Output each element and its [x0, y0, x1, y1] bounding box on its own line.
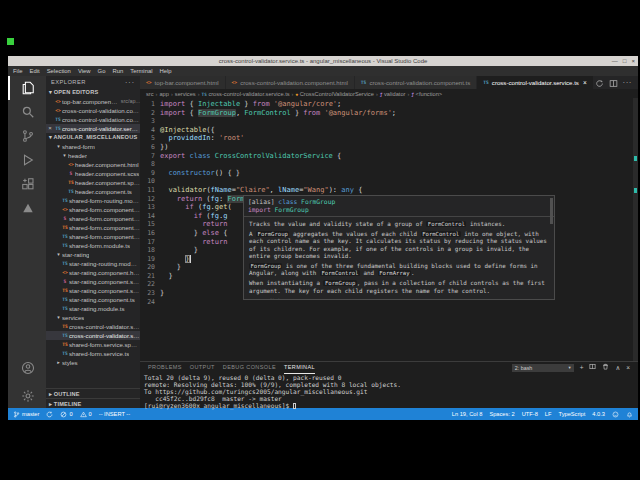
- tree-item[interactable]: <>shared-form.component.html: [46, 205, 140, 214]
- timeline-section-header[interactable]: ▸ TIMELINE: [46, 398, 140, 408]
- tree-item[interactable]: ▾header: [46, 151, 140, 160]
- breadcrumb-item[interactable]: src: [146, 91, 154, 97]
- cursor-position[interactable]: Ln 19, Col 8: [452, 411, 483, 417]
- activity-source-control-icon[interactable]: [8, 124, 46, 148]
- tree-item[interactable]: TSstar-rating-routing.module.ts: [46, 259, 140, 268]
- tree-item[interactable]: TScross-control-validator.service....: [46, 322, 140, 331]
- tree-item[interactable]: Sshared-form.component.scss: [46, 214, 140, 223]
- breadcrumb-item[interactable]: ƒ <function>: [411, 91, 442, 97]
- tree-item[interactable]: TSstar-rating.component.spec.ts: [46, 286, 140, 295]
- vim-mode-indicator[interactable]: -- INSERT --: [99, 411, 130, 417]
- panel-tab-terminal[interactable]: TERMINAL: [284, 362, 315, 374]
- breadcrumb-item[interactable]: ƒ validator: [380, 91, 406, 97]
- open-editor-item[interactable]: <>cross-control-validation.compo...: [46, 106, 140, 115]
- activity-custom-extension-icon[interactable]: [8, 196, 46, 220]
- menu-edit[interactable]: Edit: [30, 68, 40, 74]
- menu-run[interactable]: Run: [112, 68, 123, 74]
- errors-indicator[interactable]: 0: [60, 411, 72, 418]
- panel-tab-debug-console[interactable]: DEBUG CONSOLE: [223, 362, 276, 374]
- tree-item[interactable]: Sheader.component.scss: [46, 169, 140, 178]
- tree-item[interactable]: TSshared-form-routing.module.ts: [46, 196, 140, 205]
- code-line: 5 providedIn: 'root': [140, 134, 638, 143]
- tree-item[interactable]: ▾services: [46, 313, 140, 322]
- open-editors-header[interactable]: ▾ OPEN EDITORS: [46, 88, 140, 97]
- kill-terminal-icon[interactable]: [602, 363, 609, 372]
- outline-section-header[interactable]: ▸ OUTLINE: [46, 388, 140, 398]
- breadcrumb-item[interactable]: app: [159, 91, 169, 97]
- tree-item[interactable]: TSheader.component.spec.ts: [46, 178, 140, 187]
- menu-selection[interactable]: Selection: [47, 68, 71, 74]
- menu-terminal[interactable]: Terminal: [130, 68, 152, 74]
- new-terminal-icon[interactable]: +: [580, 364, 584, 372]
- code-editor[interactable]: 1import { Injectable } from '@angular/co…: [140, 98, 638, 361]
- hover-signature-line: [alias] class FormGroup: [248, 198, 550, 206]
- open-editor-item[interactable]: ×TScross-control-validator.service.t...: [46, 124, 140, 133]
- tree-item[interactable]: Sstar-rating.component.scss: [46, 277, 140, 286]
- minimize-button[interactable]: —: [612, 56, 618, 66]
- window-controls: — □ ×: [612, 56, 635, 66]
- ts-version[interactable]: 4.0.3: [592, 411, 605, 417]
- close-panel-icon[interactable]: ×: [626, 364, 630, 372]
- tree-item[interactable]: TSshared-form.component.spec.ts: [46, 223, 140, 232]
- terminal-output[interactable]: Total 20 (delta 9), reused 0 (delta 0), …: [140, 373, 638, 410]
- hover-scrollbar[interactable]: [550, 198, 553, 224]
- tree-item[interactable]: <>star-rating.component.html: [46, 268, 140, 277]
- sync-button[interactable]: [46, 411, 53, 418]
- activity-run-debug-icon[interactable]: [8, 148, 46, 172]
- menu-file[interactable]: File: [13, 68, 23, 74]
- branch-indicator[interactable]: master: [13, 411, 39, 418]
- warnings-indicator[interactable]: 0: [80, 411, 92, 418]
- eol[interactable]: LF: [545, 411, 552, 417]
- activity-settings-icon[interactable]: [8, 384, 46, 408]
- editor-scrollbar[interactable]: [633, 98, 638, 361]
- tree-item[interactable]: TSshared-form.service.ts: [46, 349, 140, 358]
- menu-go[interactable]: Go: [98, 68, 106, 74]
- tree-item[interactable]: TSshared-form.module.ts: [46, 241, 140, 250]
- code-line: 11 validator(fName="Claire", lName="Wang…: [140, 186, 638, 195]
- split-terminal-icon[interactable]: [589, 363, 596, 372]
- editor-group: <>top-bar.component.html<>cross-control-…: [140, 76, 638, 408]
- activity-accounts-icon[interactable]: [8, 356, 46, 380]
- tree-item[interactable]: <>header.component.html: [46, 160, 140, 169]
- menu-help[interactable]: Help: [160, 68, 172, 74]
- open-editor-item[interactable]: <>top-bar.component.htmlsrc/ap...: [46, 97, 140, 106]
- tree-item[interactable]: TSheader.component.ts: [46, 187, 140, 196]
- activity-explorer-icon[interactable]: [8, 76, 46, 100]
- menu-view[interactable]: View: [78, 68, 91, 74]
- maximize-panel-icon[interactable]: ∧: [615, 364, 620, 372]
- terminal-line: remote: Resolving deltas: 100% (9/9), co…: [144, 381, 634, 388]
- more-actions-icon[interactable]: ···: [623, 78, 633, 87]
- activity-search-icon[interactable]: [8, 100, 46, 124]
- encoding[interactable]: UTF-8: [522, 411, 538, 417]
- breadcrumb-item[interactable]: services: [175, 91, 196, 97]
- panel-tab-output[interactable]: OUTPUT: [190, 362, 215, 374]
- tree-item[interactable]: TSstar-rating.component.ts: [46, 295, 140, 304]
- tree-item[interactable]: ▾star-rating: [46, 250, 140, 259]
- tree-item[interactable]: TSshared-form.service.spec.ts: [46, 340, 140, 349]
- project-root-header[interactable]: ▾ ANGULAR_MISCELLANEOUS: [46, 133, 140, 142]
- editor-tab[interactable]: <>cross-control-validation.component.htm…: [226, 76, 355, 89]
- notifications[interactable]: [626, 411, 633, 418]
- explorer-actions-icon[interactable]: ···: [125, 79, 135, 86]
- tree-item[interactable]: ▸styles: [46, 358, 140, 367]
- tree-item[interactable]: TSstar-rating.module.ts: [46, 304, 140, 313]
- terminal-shell-select[interactable]: 2: bash▾: [512, 364, 574, 372]
- tree-item[interactable]: TScross-control-validator.service.ts: [46, 331, 140, 340]
- close-button[interactable]: ×: [631, 56, 635, 66]
- indentation[interactable]: Spaces: 2: [489, 411, 514, 417]
- sidebar-bottom-sections: ▸ OUTLINE ▸ TIMELINE: [46, 388, 140, 408]
- editor-tab[interactable]: TScross-control-validation.component.ts: [355, 76, 477, 89]
- editor-tab[interactable]: <>top-bar.component.html: [140, 76, 226, 89]
- maximize-button[interactable]: □: [623, 56, 627, 66]
- panel-tab-problems[interactable]: PROBLEMS: [148, 362, 182, 374]
- feedback[interactable]: [612, 411, 619, 418]
- language-mode[interactable]: TypeScript: [558, 411, 585, 417]
- activity-extensions-icon[interactable]: [8, 172, 46, 196]
- editor-tab[interactable]: TScross-control-validator.service.ts×: [477, 76, 593, 89]
- breadcrumb-item[interactable]: TS cross-control-validator.service.ts: [201, 91, 289, 97]
- open-editor-item[interactable]: TScross-control-validation.compo...: [46, 115, 140, 124]
- breadcrumb-item[interactable]: ◆ CrossControlValidatorService: [295, 91, 373, 97]
- video-frame: cross-control-validator.service.ts - ang…: [0, 0, 640, 480]
- tree-item[interactable]: ▾shared-form: [46, 142, 140, 151]
- tree-item[interactable]: TSshared-form.component.ts: [46, 232, 140, 241]
